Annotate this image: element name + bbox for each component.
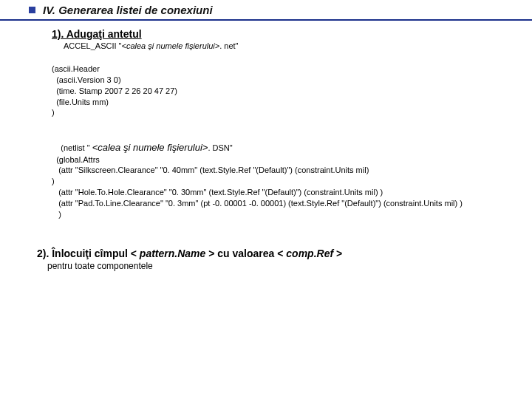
section-header: IV. Generarea listei de conexiuni [0,0,532,21]
step1-sub-prefix: ACCEL_ASCII " [64,41,122,50]
step1-sub-suffix: . net" [219,41,238,50]
header-bullet [0,0,40,19]
square-icon [29,7,35,13]
step2-lead: 2). Înlocuiţi cîmpul < [37,248,140,259]
netlist-prefix: (netlist " [61,143,92,152]
netlist-attrs: (global.Attrs (attr "Silkscreen.Clearanc… [52,155,463,219]
netlist-block: (netlist " <calea şi numele fişierului>.… [52,130,510,231]
step2-mid: > cu valoarea < [205,248,286,259]
netlist-placeholder: <calea şi numele fişierului> [92,142,208,153]
section-title: IV. Generarea listei de conexiuni [40,0,213,19]
step2-line: 2). Înlocuiţi cîmpul < pattern.Name > cu… [37,248,510,271]
netlist-suffix: . DSN" [208,143,232,152]
step2-italic2: comp.Ref [286,248,333,259]
step1-heading: 1). Adugaţi antetul [52,28,510,40]
content-area: 1). Adugaţi antetul ACCEL_ASCII "<calea … [0,21,532,271]
step2-tail: > [333,248,342,259]
step2-sub: pentru toate componentele [37,261,510,271]
step2-italic1: pattern.Name [140,248,205,259]
ascii-header-block: (ascii.Header (ascii.Version 3 0) (time.… [52,64,510,118]
step1-sub-italic: <calea şi numele fişierului> [122,41,220,50]
step1-subline: ACCEL_ASCII "<calea şi numele fişierului… [52,41,510,50]
